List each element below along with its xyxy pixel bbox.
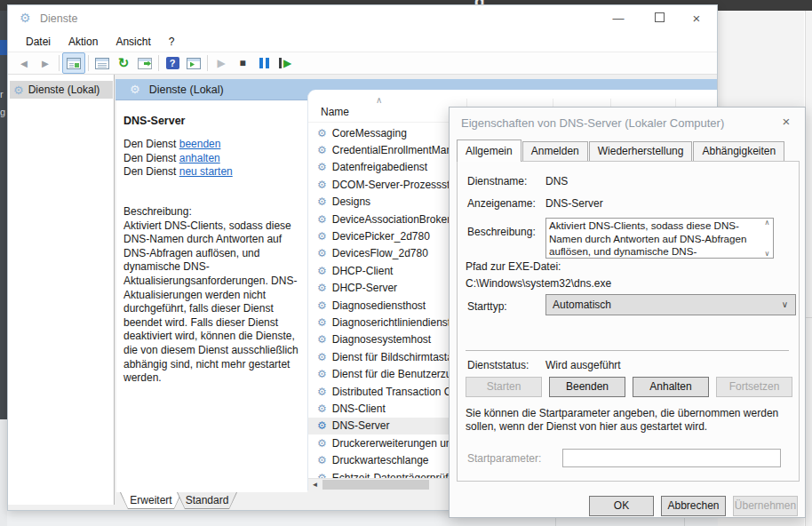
close-button[interactable]: × (683, 10, 710, 28)
action-link-anhalten[interactable]: anhalten (179, 152, 220, 164)
action-link-neu-starten[interactable]: neu starten (179, 165, 233, 178)
service-name: DevicePicker_2d780 (332, 230, 430, 243)
scrollbar-thumb[interactable] (322, 480, 429, 490)
pause-icon (259, 58, 269, 68)
description-field[interactable]: Aktiviert DNS-Clients, sodass diese DNS-… (545, 218, 774, 259)
service-action-line: Den Dienst beenden (123, 138, 233, 152)
menu-item-3[interactable]: ? (160, 34, 184, 50)
menu-item-2[interactable]: Ansicht (107, 34, 159, 50)
resume-button: Fortsetzen (716, 377, 792, 397)
toolbar-separator (59, 55, 60, 71)
exe-path-value: C:\Windows\system32\dns.exe (466, 277, 611, 290)
properties-button[interactable] (92, 53, 113, 73)
view-tab-erweitert[interactable]: Erweitert (120, 492, 182, 509)
column-header-name: Name (321, 106, 349, 118)
background-left-bottom (0, 419, 7, 526)
startparam-input[interactable] (562, 449, 781, 467)
stop-icon: ■ (239, 57, 245, 69)
back-button[interactable]: ◄ (13, 53, 35, 73)
action-prefix: Den Dienst (123, 152, 179, 164)
display-name-value: DNS-Server (545, 197, 603, 210)
background-left-window-strip: r g (0, 11, 7, 419)
export-list-button[interactable] (134, 53, 155, 73)
tree-item-dienste-lokal[interactable]: ⚙ Dienste (Lokal) (10, 81, 113, 99)
service-gear-icon: ⚙ (317, 247, 327, 259)
dialog-tab-3[interactable]: Abhängigkeiten (693, 141, 784, 161)
tab-label: Standard (178, 492, 236, 508)
properties-dialog: Eigenschaften von DNS-Server (Lokaler Co… (449, 107, 806, 518)
back-arrow-icon: ◄ (19, 57, 30, 70)
stop-button[interactable]: Beenden (549, 377, 625, 397)
dialog-tabs: AllgemeinAnmeldenWiederherstellungAbhäng… (457, 140, 785, 161)
service-name: Designs (332, 195, 370, 208)
minimize-button[interactable]: — (605, 10, 632, 28)
service-name: Druckwarteschlange (332, 454, 429, 466)
dialog-tab-2[interactable]: Wiederherstellung (589, 141, 693, 161)
service-gear-icon: ⚙ (317, 213, 327, 226)
service-name: Druckererweiterungen un (332, 437, 452, 450)
dialog-close-icon[interactable]: × (777, 114, 795, 129)
menu-item-1[interactable]: Aktion (60, 34, 107, 50)
background-fragment: g (0, 107, 5, 117)
restart-service-button[interactable]: ▶ (275, 53, 296, 73)
service-name: DCOM-Server-Prozessstar (332, 179, 459, 191)
description-label: Beschreibung: (467, 226, 536, 238)
service-gear-icon: ⚙ (317, 179, 327, 191)
view-tab-standard[interactable]: Standard (177, 492, 237, 509)
maximize-button[interactable] (646, 10, 673, 28)
action-link-beenden[interactable]: beenden (179, 138, 221, 150)
dialog-tab-0[interactable]: Allgemein (457, 139, 521, 162)
service-name: Diagnosesystemhost (332, 333, 431, 346)
console-tree-icon (67, 58, 81, 69)
scroll-left-icon[interactable]: ◄ (308, 479, 322, 490)
background-column-line (684, 518, 685, 526)
stop-service-button[interactable]: ■ (232, 53, 253, 73)
service-action-line: Den Dienst anhalten (123, 152, 233, 166)
service-gear-icon: ⚙ (317, 195, 327, 208)
service-gear-icon: ⚙ (317, 419, 327, 432)
service-name: Datenfreigabedienst (332, 161, 427, 173)
scroll-down-icon[interactable]: ∨ (765, 250, 770, 258)
startparam-hint-text: Sie können die Startparameter angeben, d… (466, 407, 789, 434)
window-title: Dienste (40, 12, 77, 25)
chevron-down-icon: ∨ (782, 299, 788, 309)
toolbar: ◄ ► ↻ ? ▶ ■ ▶ (8, 52, 717, 75)
service-action-line: Den Dienst neu starten (123, 165, 233, 179)
services-gear-icon: ⚙ (130, 83, 140, 96)
toolbar-separator (207, 55, 208, 71)
service-name: DNS-Client (332, 402, 386, 415)
description-scrollbar[interactable]: ∧ ∨ (761, 219, 773, 258)
refresh-button[interactable]: ↻ (113, 53, 134, 73)
menu-bar: DateiAktionAnsicht? (8, 32, 717, 52)
service-name-value: DNS (545, 175, 568, 187)
cancel-button[interactable]: Abbrechen (661, 496, 726, 516)
results-header-title: Dienste (Lokal) (149, 84, 224, 96)
background-column-line (555, 518, 556, 526)
service-status-label: Dienststatus: (467, 359, 529, 371)
pause-service-button[interactable] (253, 53, 275, 73)
help-button[interactable]: ? (162, 53, 183, 73)
ok-button[interactable]: OK (589, 496, 654, 516)
menu-item-0[interactable]: Datei (17, 34, 60, 50)
description-paragraph: Beschreibung: (123, 205, 301, 219)
console-tree-panel: ⚙ Dienste (Lokal) (8, 75, 115, 505)
window-titlebar[interactable]: ⚙ Dienste — × (8, 5, 717, 32)
properties-icon (95, 58, 109, 69)
show-console-tree-button[interactable] (62, 52, 85, 74)
dialog-tab-1[interactable]: Anmelden (522, 141, 588, 161)
service-name: CoreMessaging (332, 127, 407, 139)
show-window-button[interactable] (183, 53, 204, 73)
pause-button[interactable]: Anhalten (633, 377, 709, 397)
scroll-up-icon[interactable]: ∧ (765, 219, 770, 227)
service-gear-icon: ⚙ (317, 437, 327, 450)
help-icon: ? (166, 57, 179, 69)
service-description-text: Beschreibung:Aktiviert DNS-Clients, soda… (123, 205, 301, 386)
action-prefix: Den Dienst (123, 165, 179, 178)
service-name: DeviceAssociationBroker_ (332, 213, 457, 226)
service-name: Diagnoserichtliniendienst (332, 316, 450, 329)
startparam-label: Startparameter: (467, 452, 541, 465)
forward-button[interactable]: ► (35, 53, 56, 73)
apply-button: Übernehmen (733, 496, 798, 516)
startup-type-select[interactable]: Automatisch ∨ (545, 294, 796, 315)
service-name: Echtzeit-Datenträgerprüfu (332, 472, 454, 479)
